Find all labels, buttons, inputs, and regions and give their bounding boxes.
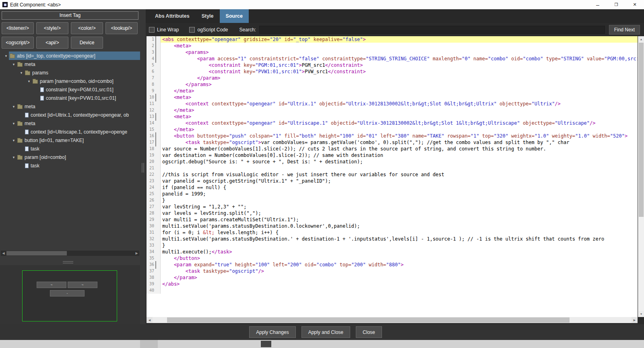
line-wrap-checkbox[interactable] [149, 27, 155, 33]
tab-style[interactable]: Style [196, 9, 220, 23]
code-text: var destination = Number(comboValues[0].… [161, 152, 638, 159]
fold-gutter[interactable] [155, 133, 161, 139]
taskbar[interactable] [0, 340, 644, 348]
tree-item-param-oid-combo[interactable]: ▾param [oid=combo] [0, 153, 140, 161]
tree-item-body[interactable]: meta [17, 60, 140, 68]
tab-source[interactable]: Source [220, 9, 249, 23]
tab-abs-attributes[interactable]: Abs Attributes [149, 9, 196, 23]
tree-item-body[interactable]: meta [17, 102, 140, 111]
tree-item-button-id-01-name-take[interactable]: ▾button [id=01, name=TAKE] [0, 136, 140, 144]
scroll-left-icon[interactable] [147, 317, 153, 323]
chevron-down-icon[interactable]: ▾ [11, 105, 17, 109]
tree-item-body[interactable]: context [id=Ultrix.1, contexttype=openge… [24, 111, 140, 119]
tree-item-body[interactable]: constraint [key=PGM:01,src:01] [39, 85, 140, 94]
tree-item-task[interactable]: task [0, 161, 140, 170]
fold-gutter[interactable] [155, 49, 161, 56]
tree-item-meta[interactable]: ▾meta [0, 102, 140, 111]
insert-tag-button-color[interactable]: <color/> [71, 22, 103, 34]
ogscript-code-checkbox[interactable] [189, 27, 195, 33]
chevron-down-icon[interactable]: ▾ [3, 54, 9, 58]
preview-widget: - [50, 290, 85, 297]
line-number: 3 [147, 49, 155, 56]
tree-item-body[interactable]: constraint [key=PVW1:01,src:01] [39, 94, 140, 102]
tree-item-body[interactable]: task [24, 161, 140, 170]
line-number: 31 [147, 229, 155, 236]
fold-collapse-icon[interactable] [155, 55, 156, 63]
tree-item-body[interactable]: abs [id=_top, contexttype=opengear] [9, 51, 140, 60]
fold-gutter[interactable] [155, 36, 161, 43]
horizontal-scroll-thumb[interactable] [167, 317, 570, 323]
insert-tag-button-api[interactable]: <api/> [36, 37, 68, 49]
vertical-splitter[interactable] [140, 9, 146, 324]
tree-item-body[interactable]: params [24, 68, 140, 77]
fold-collapse-icon[interactable] [155, 261, 156, 269]
tree-item-params[interactable]: ▾params [0, 68, 140, 77]
tree-item-body[interactable]: param [oid=combo] [17, 153, 140, 161]
tree-item-context-id-ultriscape-1-contexttype-openge[interactable]: context [id=Ultriscape.1, contexttype=op… [0, 128, 140, 136]
fold-gutter[interactable] [155, 94, 161, 101]
fold-gutter[interactable] [155, 56, 161, 62]
apply-changes-button[interactable]: Apply Changes [249, 326, 295, 338]
insert-tag-button-ogscript[interactable]: <ogscript/> [2, 37, 34, 49]
minimize-button[interactable] [588, 0, 607, 9]
find-next-button[interactable]: Find Next [609, 25, 640, 35]
tree-item-param-name-combo-oid-combo[interactable]: ▾param [name=combo, oid=combo] [0, 77, 140, 85]
scroll-right-icon[interactable] [632, 317, 638, 323]
tree-item-body[interactable]: param [name=combo, oid=combo] [32, 77, 140, 85]
line-number: 15 [147, 126, 155, 133]
tree-item-context-id-ultrix-1-contexttype-opengear-ob[interactable]: context [id=Ultrix.1, contexttype=openge… [0, 111, 140, 119]
scroll-right-icon[interactable] [134, 251, 139, 256]
line-number: 29 [147, 216, 155, 223]
search-input[interactable] [259, 26, 605, 34]
chevron-down-icon[interactable]: ▾ [11, 121, 17, 126]
taskbar-app-icon[interactable] [261, 341, 271, 347]
source-editor[interactable]: 1<abs contexttype="opengear" gridsize="2… [147, 36, 638, 317]
apply-and-close-button[interactable]: Apply and Close [301, 326, 350, 338]
tree-horizontal-scrollbar[interactable] [1, 251, 139, 256]
editor-horizontal-scrollbar[interactable] [147, 317, 638, 323]
scroll-left-icon[interactable] [1, 251, 6, 256]
chevron-down-icon[interactable]: ▾ [11, 155, 17, 159]
tree-item-body[interactable]: button [id=01, name=TAKE] [17, 136, 140, 144]
chevron-down-icon[interactable]: ▾ [11, 138, 17, 142]
scroll-down-icon[interactable] [638, 311, 644, 317]
code-text: <param access="1" constraintstrict="fals… [161, 56, 638, 62]
fold-gutter[interactable] [155, 43, 161, 49]
tree-item-body[interactable]: context [id=Ultriscape.1, contexttype=op… [24, 128, 140, 136]
tree-item-task[interactable]: task [0, 144, 140, 153]
tree-item-constraint-key-pgm-01-src-01[interactable]: constraint [key=PGM:01,src:01] [0, 85, 140, 94]
tree-item-body[interactable]: task [24, 144, 140, 153]
tree-item-meta[interactable]: ▾meta [0, 60, 140, 68]
fold-collapse-icon[interactable] [155, 139, 156, 146]
tree-item-constraint-key-pvw1-01-src-01[interactable]: constraint [key=PVW1:01,src:01] [0, 94, 140, 102]
insert-tag-button-style[interactable]: <style/> [36, 22, 68, 34]
scroll-up-icon[interactable] [638, 36, 644, 42]
ogscript-code-label: ogScript Code [197, 27, 228, 33]
fold-collapse-icon[interactable] [155, 94, 156, 101]
fold-collapse-icon[interactable] [155, 113, 156, 121]
close-button[interactable] [625, 0, 644, 9]
close-button[interactable]: Close [356, 326, 382, 338]
line-number: 28 [147, 210, 155, 216]
code-line: 31for (i = 0; i &lt; levels.length; i++)… [147, 229, 638, 236]
maximize-button[interactable] [607, 0, 625, 9]
chevron-down-icon[interactable]: ▾ [19, 71, 24, 75]
fold-gutter [155, 62, 161, 68]
taskbar-segment[interactable] [140, 340, 158, 348]
horizontal-splitter-grip[interactable] [63, 260, 73, 264]
editor-vertical-scrollbar[interactable] [638, 36, 644, 317]
tree-scroll-thumb[interactable] [6, 251, 67, 255]
fold-gutter[interactable] [155, 139, 161, 146]
insert-tag-button-lookup[interactable]: <lookup/> [105, 22, 138, 34]
code-text [161, 287, 638, 294]
fold-gutter[interactable] [155, 113, 161, 120]
tree-item-meta[interactable]: ▾meta [0, 119, 140, 128]
chevron-down-icon[interactable]: ▾ [26, 79, 32, 83]
insert-tag-button-listener[interactable]: <listener/> [2, 22, 34, 34]
fold-gutter[interactable] [155, 262, 161, 268]
vertical-scroll-thumb[interactable] [639, 43, 644, 217]
chevron-down-icon[interactable]: ▾ [11, 62, 17, 66]
tree-item-body[interactable]: meta [17, 119, 140, 128]
tree-item-abs-id-top-contexttype-opengear[interactable]: ▾abs [id=_top, contexttype=opengear] [0, 51, 140, 60]
insert-tag-button-device[interactable]: Device [71, 37, 103, 49]
